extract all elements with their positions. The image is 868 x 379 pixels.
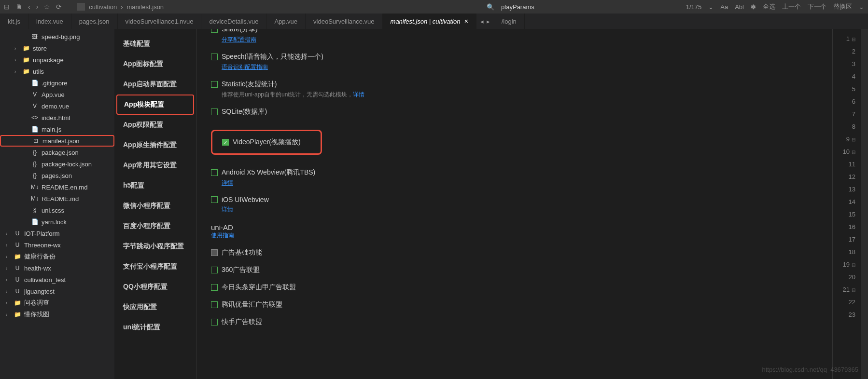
checkbox[interactable]: [211, 249, 218, 256]
config-nav-item[interactable]: App模块配置: [116, 95, 194, 115]
tree-item[interactable]: {}package.json: [0, 147, 114, 158]
config-nav-item[interactable]: App常用其它设置: [114, 155, 196, 176]
fold-icon[interactable]: ⊟: [852, 262, 855, 268]
tree-item[interactable]: ›Ucultivation_test: [0, 274, 114, 285]
tab[interactable]: videoSurveillance1.nvue: [118, 14, 202, 29]
tree-item[interactable]: {}pages.json: [0, 170, 114, 181]
nav-back-icon[interactable]: ‹: [28, 3, 30, 11]
search-action[interactable]: Abl: [735, 3, 744, 11]
tree-item[interactable]: ›📁问卷调查: [0, 297, 114, 309]
tree-item[interactable]: 📄.gitignore: [0, 77, 114, 89]
tree-item[interactable]: M↓README.md: [0, 193, 114, 204]
search-action[interactable]: 全选: [763, 2, 775, 11]
search-action[interactable]: 上一个: [782, 2, 801, 11]
tab-prev-icon[interactable]: ◂: [480, 18, 484, 25]
fold-icon[interactable]: ⊟: [852, 37, 855, 42]
config-nav-item[interactable]: 基础配置: [114, 34, 196, 54]
tab[interactable]: index.vue: [28, 14, 71, 29]
module-link[interactable]: 分享配置指南: [222, 36, 256, 44]
config-nav-item[interactable]: 百度小程序配置: [114, 216, 196, 236]
tab[interactable]: manifest.json | cultivation×: [383, 14, 476, 29]
tree-item[interactable]: ›UThreeone-wx: [0, 239, 114, 251]
tree-item[interactable]: 📄main.js: [0, 123, 114, 135]
detail-link[interactable]: 详情: [353, 91, 364, 98]
search-action[interactable]: ✽: [751, 3, 756, 11]
icon-save[interactable]: 🗎: [15, 3, 22, 11]
nav-forward-icon[interactable]: ›: [36, 3, 39, 11]
fold-icon[interactable]: ⊟: [852, 149, 855, 155]
tree-item[interactable]: VApp.vue: [0, 89, 114, 100]
config-nav-item[interactable]: App启动界面配置: [114, 74, 196, 95]
tree-item[interactable]: ›UIOT-Platform: [0, 228, 114, 239]
tree-item[interactable]: M↓README.en.md: [0, 181, 114, 193]
config-nav-item[interactable]: 微信小程序配置: [114, 196, 196, 216]
tree-item[interactable]: 📄yarn.lock: [0, 216, 114, 228]
checkbox[interactable]: [211, 301, 218, 308]
tree-item[interactable]: ›📁懂你找图: [0, 309, 114, 320]
icon-menu[interactable]: ⊟: [4, 3, 10, 11]
checkbox[interactable]: [211, 284, 218, 291]
tab-next-icon[interactable]: ▸: [487, 18, 490, 25]
tab[interactable]: App.vue: [266, 14, 306, 29]
tree-item[interactable]: ›📁utils: [0, 66, 114, 77]
tab[interactable]: videoSurveillance.vue: [306, 14, 382, 29]
config-nav-item[interactable]: 快应用配置: [114, 297, 196, 317]
tree-label: speed-bg.png: [42, 33, 80, 41]
breadcrumb-item[interactable]: cultivation: [89, 3, 117, 11]
config-nav-item[interactable]: uni统计配置: [114, 317, 196, 338]
line-number: 1⊟: [833, 33, 855, 45]
module-link[interactable]: 语音识别配置指南: [222, 63, 268, 71]
chevron-down-icon[interactable]: ⌄: [708, 3, 714, 11]
tree-item[interactable]: ›📁健康行备份: [0, 251, 114, 262]
checkbox[interactable]: [211, 169, 218, 176]
config-nav-item[interactable]: App权限配置: [114, 115, 196, 135]
search-input[interactable]: playParams: [501, 3, 534, 11]
tree-item[interactable]: ›📁store: [0, 42, 114, 54]
config-nav-item[interactable]: App图标配置: [114, 54, 196, 74]
breadcrumb-item[interactable]: manifest.json: [127, 3, 164, 11]
checkbox[interactable]: [211, 29, 218, 33]
checkbox[interactable]: [211, 108, 218, 115]
file-icon: U: [14, 242, 21, 248]
fold-icon[interactable]: ⊟: [852, 287, 855, 293]
tree-item[interactable]: §uni.scss: [0, 204, 114, 216]
module-link[interactable]: 详情: [222, 179, 233, 187]
config-nav-item[interactable]: 支付宝小程序配置: [114, 257, 196, 277]
star-icon[interactable]: ☆: [44, 3, 50, 11]
checkbox[interactable]: [211, 319, 218, 325]
checkbox[interactable]: [211, 54, 218, 60]
line-number: 8: [833, 121, 855, 133]
config-nav-item[interactable]: h5配置: [114, 176, 196, 196]
tab[interactable]: pages.json: [71, 14, 118, 29]
tree-item[interactable]: Vdemo.vue: [0, 100, 114, 112]
section-link[interactable]: 使用指南: [211, 232, 234, 239]
config-nav-item[interactable]: QQ小程序配置: [114, 277, 196, 297]
tree-item[interactable]: 🖼speed-bg.png: [0, 31, 114, 42]
ad-item: 360广告联盟: [211, 266, 818, 274]
search-action[interactable]: 替换区: [833, 2, 852, 11]
tree-item[interactable]: <>index.html: [0, 112, 114, 123]
refresh-icon[interactable]: ⟳: [56, 3, 62, 11]
tree-item[interactable]: {}package-lock.json: [0, 158, 114, 170]
tree-item[interactable]: ›Ujiguangtest: [0, 285, 114, 297]
fold-icon[interactable]: ⊟: [852, 137, 855, 142]
checkbox[interactable]: [211, 81, 218, 88]
search-action[interactable]: 下一个: [808, 2, 826, 11]
module-link[interactable]: 详情: [222, 205, 233, 214]
tab[interactable]: deviceDetails.vue: [201, 14, 266, 29]
ad-item: 快手广告联盟: [211, 318, 818, 326]
close-icon[interactable]: ×: [464, 17, 468, 25]
tab[interactable]: /login: [494, 14, 525, 29]
tree-item[interactable]: ›Uhealth-wx: [0, 262, 114, 274]
chevron-down-icon[interactable]: ⌄: [859, 3, 864, 11]
config-nav-item[interactable]: App原生插件配置: [114, 135, 196, 155]
tab[interactable]: kit.js: [0, 14, 28, 29]
config-nav-item[interactable]: 字节跳动小程序配置: [114, 236, 196, 257]
tree-item[interactable]: ›📁unpackage: [0, 54, 114, 66]
chevron-right-icon: ›: [14, 46, 19, 51]
search-action[interactable]: Aa: [720, 3, 728, 11]
checkbox-checked[interactable]: ✓: [222, 139, 229, 146]
tree-item[interactable]: ⊡manifest.json: [0, 135, 114, 147]
checkbox[interactable]: [211, 267, 218, 273]
checkbox[interactable]: [211, 196, 218, 203]
